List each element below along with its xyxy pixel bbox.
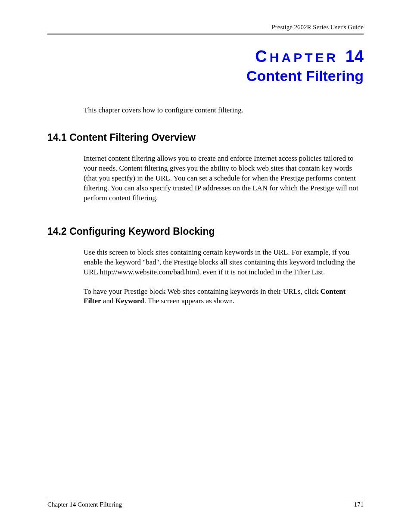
para2-pre: To have your Prestige block Web sites co… xyxy=(84,287,321,296)
chapter-label: CHAPTER 14 xyxy=(47,47,364,66)
footer-rule xyxy=(47,499,364,499)
running-header: Prestige 2602R Series User's Guide xyxy=(47,24,364,31)
para2-mid: and xyxy=(101,297,115,305)
chapter-number: 14 xyxy=(346,47,364,65)
chapter-intro: This chapter covers how to configure con… xyxy=(47,106,364,115)
chapter-label-rest: HAPTER xyxy=(270,50,338,65)
footer-page-number: 171 xyxy=(354,501,364,508)
footer-left: Chapter 14 Content Filtering xyxy=(47,501,122,508)
section-2-para-1: Use this screen to block sites containin… xyxy=(47,248,364,277)
page-footer: Chapter 14 Content Filtering 171 xyxy=(47,499,364,508)
section-heading-2: 14.2 Configuring Keyword Blocking xyxy=(47,226,364,237)
section-1-para-1: Internet content filtering allows you to… xyxy=(47,154,364,203)
para2-post: . The screen appears as shown. xyxy=(144,297,235,305)
chapter-title: Content Filtering xyxy=(47,68,364,84)
section-2-para-2: To have your Prestige block Web sites co… xyxy=(47,287,364,307)
section-heading-1: 14.1 Content Filtering Overview xyxy=(47,132,364,143)
header-rule xyxy=(47,34,364,34)
chapter-label-first: C xyxy=(255,47,269,65)
para2-bold2: Keyword xyxy=(115,297,144,305)
